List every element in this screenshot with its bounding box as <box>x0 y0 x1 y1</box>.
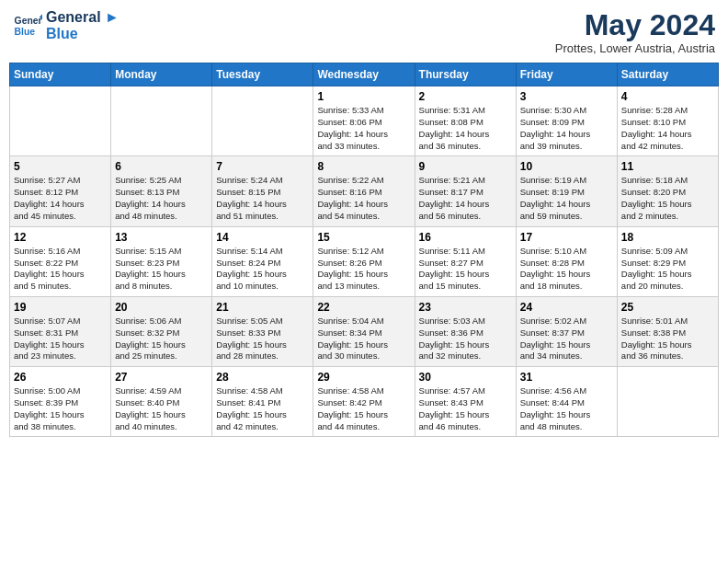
day-number: 5 <box>14 160 107 173</box>
calendar-cell <box>617 367 718 437</box>
day-number: 29 <box>317 371 410 384</box>
day-number: 4 <box>621 90 714 103</box>
day-info: Sunrise: 5:03 AM Sunset: 8:36 PM Dayligh… <box>419 316 512 362</box>
day-number: 23 <box>419 301 512 314</box>
day-info: Sunrise: 5:10 AM Sunset: 8:28 PM Dayligh… <box>520 246 613 293</box>
day-info: Sunrise: 5:18 AM Sunset: 8:20 PM Dayligh… <box>621 175 714 222</box>
calendar-cell: 18Sunrise: 5:09 AM Sunset: 8:29 PM Dayli… <box>617 226 718 296</box>
day-info: Sunrise: 5:21 AM Sunset: 8:17 PM Dayligh… <box>419 175 512 222</box>
day-info: Sunrise: 5:30 AM Sunset: 8:09 PM Dayligh… <box>520 105 613 152</box>
day-info: Sunrise: 5:33 AM Sunset: 8:06 PM Dayligh… <box>317 105 410 152</box>
calendar-cell: 10Sunrise: 5:19 AM Sunset: 8:19 PM Dayli… <box>516 156 617 226</box>
calendar-cell: 21Sunrise: 5:05 AM Sunset: 8:33 PM Dayli… <box>212 296 313 366</box>
day-number: 18 <box>621 231 714 244</box>
day-info: Sunrise: 5:27 AM Sunset: 8:12 PM Dayligh… <box>14 175 107 222</box>
day-info: Sunrise: 5:06 AM Sunset: 8:32 PM Dayligh… <box>115 316 208 362</box>
calendar-cell: 25Sunrise: 5:01 AM Sunset: 8:38 PM Dayli… <box>617 296 718 366</box>
page-header: General Blue General ► Blue May 2024 Pro… <box>9 9 719 55</box>
day-info: Sunrise: 5:31 AM Sunset: 8:08 PM Dayligh… <box>419 105 512 152</box>
calendar-cell: 7Sunrise: 5:24 AM Sunset: 8:15 PM Daylig… <box>212 156 313 226</box>
calendar-cell: 8Sunrise: 5:22 AM Sunset: 8:16 PM Daylig… <box>313 156 415 226</box>
calendar-cell: 17Sunrise: 5:10 AM Sunset: 8:28 PM Dayli… <box>516 226 617 296</box>
day-number: 30 <box>419 371 512 384</box>
day-info: Sunrise: 5:11 AM Sunset: 8:27 PM Dayligh… <box>419 246 512 293</box>
calendar-cell: 14Sunrise: 5:14 AM Sunset: 8:24 PM Dayli… <box>212 226 313 296</box>
svg-text:Blue: Blue <box>15 26 36 36</box>
day-of-week-header: Wednesday <box>313 63 415 86</box>
day-info: Sunrise: 5:05 AM Sunset: 8:33 PM Dayligh… <box>216 316 309 362</box>
calendar-cell: 5Sunrise: 5:27 AM Sunset: 8:12 PM Daylig… <box>10 156 111 226</box>
calendar-table: SundayMondayTuesdayWednesdayThursdayFrid… <box>9 63 719 437</box>
calendar-cell: 9Sunrise: 5:21 AM Sunset: 8:17 PM Daylig… <box>415 156 516 226</box>
svg-text:General: General <box>15 16 42 26</box>
day-number: 3 <box>520 90 613 103</box>
day-of-week-header: Thursday <box>415 63 516 86</box>
day-number: 11 <box>621 160 714 173</box>
day-number: 9 <box>419 160 512 173</box>
day-number: 8 <box>317 160 410 173</box>
calendar-cell <box>212 86 313 156</box>
day-number: 6 <box>115 160 208 173</box>
day-number: 13 <box>115 231 208 244</box>
calendar-cell: 16Sunrise: 5:11 AM Sunset: 8:27 PM Dayli… <box>415 226 516 296</box>
calendar-cell: 19Sunrise: 5:07 AM Sunset: 8:31 PM Dayli… <box>10 296 111 366</box>
day-number: 27 <box>115 371 208 384</box>
logo-text: General ► Blue <box>46 9 119 41</box>
day-number: 17 <box>520 231 613 244</box>
calendar-cell: 24Sunrise: 5:02 AM Sunset: 8:37 PM Dayli… <box>516 296 617 366</box>
calendar-cell: 27Sunrise: 4:59 AM Sunset: 8:40 PM Dayli… <box>111 367 212 437</box>
calendar-cell: 26Sunrise: 5:00 AM Sunset: 8:39 PM Dayli… <box>10 367 111 437</box>
day-number: 26 <box>14 371 107 384</box>
day-of-week-header: Monday <box>111 63 212 86</box>
day-number: 2 <box>419 90 512 103</box>
day-info: Sunrise: 4:56 AM Sunset: 8:44 PM Dayligh… <box>520 385 613 432</box>
location-subtitle: Prottes, Lower Austria, Austria <box>555 41 715 55</box>
day-info: Sunrise: 5:12 AM Sunset: 8:26 PM Dayligh… <box>317 246 410 293</box>
day-number: 15 <box>317 231 410 244</box>
day-info: Sunrise: 5:02 AM Sunset: 8:37 PM Dayligh… <box>520 316 613 362</box>
day-info: Sunrise: 5:22 AM Sunset: 8:16 PM Dayligh… <box>317 175 410 222</box>
day-of-week-header: Friday <box>516 63 617 86</box>
calendar-cell: 3Sunrise: 5:30 AM Sunset: 8:09 PM Daylig… <box>516 86 617 156</box>
day-info: Sunrise: 5:24 AM Sunset: 8:15 PM Dayligh… <box>216 175 309 222</box>
day-info: Sunrise: 5:16 AM Sunset: 8:22 PM Dayligh… <box>14 246 107 293</box>
day-number: 31 <box>520 371 613 384</box>
title-block: May 2024 Prottes, Lower Austria, Austria <box>555 9 715 55</box>
calendar-cell: 23Sunrise: 5:03 AM Sunset: 8:36 PM Dayli… <box>415 296 516 366</box>
day-info: Sunrise: 5:28 AM Sunset: 8:10 PM Dayligh… <box>621 105 714 152</box>
day-info: Sunrise: 4:59 AM Sunset: 8:40 PM Dayligh… <box>115 385 208 432</box>
day-info: Sunrise: 5:09 AM Sunset: 8:29 PM Dayligh… <box>621 246 714 293</box>
day-number: 28 <box>216 371 309 384</box>
calendar-cell: 22Sunrise: 5:04 AM Sunset: 8:34 PM Dayli… <box>313 296 415 366</box>
day-number: 25 <box>621 301 714 314</box>
logo: General Blue General ► Blue <box>13 9 119 41</box>
calendar-header-row: SundayMondayTuesdayWednesdayThursdayFrid… <box>10 63 719 86</box>
day-info: Sunrise: 5:14 AM Sunset: 8:24 PM Dayligh… <box>216 246 309 293</box>
calendar-week-row: 12Sunrise: 5:16 AM Sunset: 8:22 PM Dayli… <box>10 226 719 296</box>
day-number: 20 <box>115 301 208 314</box>
day-info: Sunrise: 5:00 AM Sunset: 8:39 PM Dayligh… <box>14 385 107 432</box>
calendar-week-row: 26Sunrise: 5:00 AM Sunset: 8:39 PM Dayli… <box>10 367 719 437</box>
logo-icon: General Blue <box>13 11 42 40</box>
calendar-cell: 1Sunrise: 5:33 AM Sunset: 8:06 PM Daylig… <box>313 86 415 156</box>
calendar-cell: 12Sunrise: 5:16 AM Sunset: 8:22 PM Dayli… <box>10 226 111 296</box>
calendar-cell: 2Sunrise: 5:31 AM Sunset: 8:08 PM Daylig… <box>415 86 516 156</box>
day-info: Sunrise: 5:19 AM Sunset: 8:19 PM Dayligh… <box>520 175 613 222</box>
calendar-cell: 30Sunrise: 4:57 AM Sunset: 8:43 PM Dayli… <box>415 367 516 437</box>
day-info: Sunrise: 5:15 AM Sunset: 8:23 PM Dayligh… <box>115 246 208 293</box>
calendar-cell: 28Sunrise: 4:58 AM Sunset: 8:41 PM Dayli… <box>212 367 313 437</box>
day-number: 16 <box>419 231 512 244</box>
day-of-week-header: Sunday <box>10 63 111 86</box>
calendar-cell: 31Sunrise: 4:56 AM Sunset: 8:44 PM Dayli… <box>516 367 617 437</box>
day-number: 19 <box>14 301 107 314</box>
month-title: May 2024 <box>555 9 715 41</box>
calendar-cell: 13Sunrise: 5:15 AM Sunset: 8:23 PM Dayli… <box>111 226 212 296</box>
calendar-cell: 6Sunrise: 5:25 AM Sunset: 8:13 PM Daylig… <box>111 156 212 226</box>
day-info: Sunrise: 4:58 AM Sunset: 8:41 PM Dayligh… <box>216 385 309 432</box>
day-number: 21 <box>216 301 309 314</box>
calendar-cell: 20Sunrise: 5:06 AM Sunset: 8:32 PM Dayli… <box>111 296 212 366</box>
day-of-week-header: Tuesday <box>212 63 313 86</box>
day-number: 24 <box>520 301 613 314</box>
day-of-week-header: Saturday <box>617 63 718 86</box>
day-number: 22 <box>317 301 410 314</box>
